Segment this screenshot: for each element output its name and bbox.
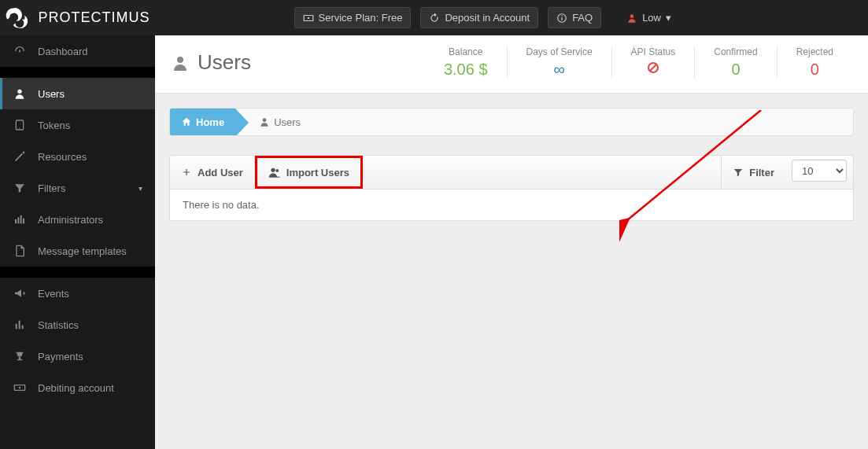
brand-logo[interactable]: PROTECTIMUS [0,0,155,35]
faq-label: FAQ [572,12,593,24]
sidebar-label: Debiting account [38,382,114,394]
logo-icon [5,6,33,30]
document-icon [13,245,27,257]
page-size-select[interactable]: 10 [792,160,847,182]
info-icon [556,13,567,24]
filter-icon [13,182,27,194]
svg-rect-12 [23,219,24,224]
stat-value: ∞ [526,61,593,79]
stat-confirmed: Confirmed 0 [694,46,776,79]
sidebar-item-statistics[interactable]: Statistics [0,309,155,340]
sidebar-label: Message templates [38,245,127,257]
svg-point-18 [177,57,183,63]
block-icon [631,61,676,79]
banknote-icon [303,13,314,24]
svg-rect-3 [562,17,563,20]
user-icon [259,116,270,127]
filter-button[interactable]: Filter [721,156,785,189]
sidebar-label: Statistics [38,319,79,331]
chart-icon [13,318,27,331]
breadcrumb: Home Users [169,108,854,136]
svg-point-17 [19,387,21,389]
page-title: Users [198,50,251,75]
button-label: Add User [198,167,243,178]
user-level: Low [642,12,661,24]
service-plan-button[interactable]: Service Plan: Free [294,7,412,28]
svg-rect-11 [20,215,22,224]
import-users-button[interactable]: Import Users [255,156,363,189]
sidebar-label: Payments [38,351,83,363]
sidebar-item-debiting[interactable]: Debiting account [0,372,155,403]
sidebar-separator [0,267,155,278]
svg-rect-15 [22,326,24,329]
sidebar-item-payments[interactable]: Payments [0,340,155,372]
refresh-icon [429,13,440,24]
deposit-label: Deposit in Account [445,12,530,24]
stat-label: API Status [631,46,676,57]
main-content: Users Balance 3.06 $ Days of Service ∞ A… [155,35,868,449]
service-plan-label: Service Plan: Free [319,12,403,24]
pencil-icon [13,150,27,163]
stat-days: Days of Service ∞ [507,46,611,79]
sidebar-label: Dashboard [38,46,88,57]
svg-point-22 [271,168,275,172]
deposit-button[interactable]: Deposit in Account [420,7,538,28]
home-icon [181,116,192,127]
banknote-icon [13,381,27,394]
sidebar: Dashboard Users Tokens Resources Filters… [0,35,155,449]
user-icon [626,13,637,24]
stat-value: 0 [714,61,757,79]
plus-icon [181,167,192,178]
sidebar-item-events[interactable]: Events [0,278,155,309]
sidebar-label: Administrators [38,214,103,226]
svg-rect-14 [19,321,20,329]
button-label: Import Users [286,167,349,178]
page-header: Users Balance 3.06 $ Days of Service ∞ A… [155,35,868,94]
stat-rejected: Rejected 0 [777,46,852,79]
sidebar-item-administrators[interactable]: Administrators [0,204,155,235]
button-label: Filter [749,167,774,178]
faq-button[interactable]: FAQ [548,7,601,28]
svg-rect-9 [15,219,17,223]
user-menu[interactable]: Low ▾ [626,12,671,24]
bars-icon [13,213,27,226]
svg-point-8 [19,127,20,128]
breadcrumb-home[interactable]: Home [170,109,235,135]
svg-point-6 [17,90,21,94]
sidebar-label: Filters [38,182,65,194]
stat-label: Days of Service [526,46,593,57]
svg-point-1 [307,17,308,18]
stat-balance: Balance 3.06 $ [425,46,507,79]
sidebar-label: Events [38,288,69,300]
stat-label: Rejected [796,46,833,57]
megaphone-icon [13,287,27,300]
sidebar-item-resources[interactable]: Resources [0,141,155,172]
svg-point-23 [275,169,279,172]
stat-label: Balance [444,46,488,57]
empty-text: There is no data. [183,199,260,211]
sidebar-item-tokens[interactable]: Tokens [0,109,155,141]
table-empty-state: There is no data. [169,190,854,221]
sidebar-item-message-templates[interactable]: Message templates [0,235,155,267]
filter-icon [733,167,744,178]
users-icon [268,166,281,178]
chevron-down-icon: ▾ [139,184,142,193]
stat-api: API Status [611,46,695,79]
add-user-button[interactable]: Add User [170,156,255,189]
stat-label: Confirmed [714,46,757,57]
breadcrumb-label: Home [196,116,224,128]
header-stats: Balance 3.06 $ Days of Service ∞ API Sta… [425,46,852,79]
sidebar-item-users[interactable]: Users [0,78,155,109]
topbar: PROTECTIMUS Service Plan: Free Deposit i… [0,0,868,35]
svg-point-5 [630,14,634,18]
svg-line-20 [650,64,656,71]
stat-value: 3.06 $ [444,61,488,79]
sidebar-item-dashboard[interactable]: Dashboard [0,35,155,67]
sidebar-label: Resources [38,151,87,163]
svg-rect-13 [16,324,17,329]
sidebar-item-filters[interactable]: Filters ▾ [0,172,155,204]
svg-rect-10 [17,217,19,223]
sidebar-label: Users [38,88,65,100]
toolbar: Add User Import Users Filter 10 [169,155,854,190]
stat-value: 0 [796,61,833,79]
